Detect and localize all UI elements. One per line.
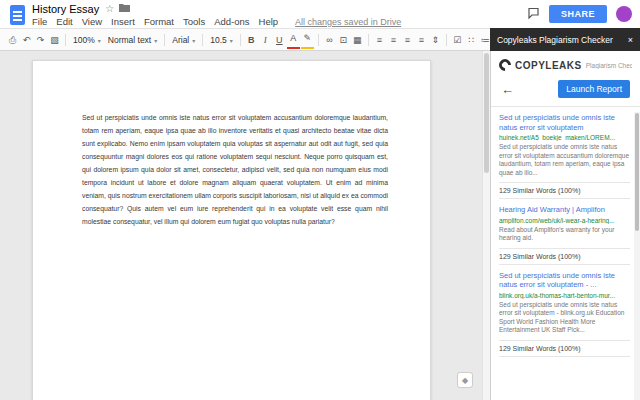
font-select[interactable]: Arial (169, 35, 198, 45)
align-right-button[interactable]: ≡ (401, 30, 414, 50)
numbered-list-button[interactable]: ≔ (479, 30, 490, 50)
copyleaks-brand-subtitle: Plagiarism Checker (586, 62, 632, 69)
menu-help[interactable]: Help (259, 16, 279, 27)
menu-addons[interactable]: Add-ons (214, 16, 249, 27)
star-icon[interactable]: ☆ (105, 4, 114, 14)
result-snippet: Sed ut perspiciatis unde omnis iste natu… (499, 143, 630, 177)
toolbar-divider (240, 34, 241, 46)
saved-status[interactable]: All changes saved in Drive (295, 17, 401, 27)
launch-report-button[interactable]: Launch Report (558, 80, 630, 98)
styles-select[interactable]: Normal text (105, 35, 160, 45)
result-url: amplifon.com/web/uk/i-wear-a-hearing... (499, 217, 630, 224)
copyleaks-sidebar: COPYLEAKS Plagiarism Checker ← Launch Re… (490, 51, 640, 400)
content-area: Sed ut perspiciatis unde omnis iste natu… (0, 51, 640, 400)
result-item[interactable]: Sed ut perspiciatis unde omnis iste natu… (491, 107, 634, 199)
menu-insert[interactable]: Insert (111, 16, 135, 27)
menu-edit[interactable]: Edit (56, 16, 72, 27)
toolbar-divider (202, 34, 203, 46)
paint-format-button[interactable]: ▧ (48, 30, 61, 50)
redo-button[interactable]: ↷ (34, 30, 47, 50)
underline-button[interactable]: U (273, 30, 286, 50)
align-justify-button[interactable]: ≡ (415, 30, 428, 50)
app-window: History Essay ☆ File Edit View Insert Fo… (0, 0, 640, 400)
undo-button[interactable]: ↶ (20, 30, 33, 50)
result-item[interactable]: Sed ut perspiciatis unde omnis iste natu… (491, 265, 634, 357)
zoom-select[interactable]: 100% (70, 35, 104, 45)
toolbar-divider (368, 34, 369, 46)
result-title-link[interactable]: Hearing Aid Warranty | Amplifon (499, 205, 630, 215)
insert-link-button[interactable]: ∞ (323, 30, 336, 50)
menubar: File Edit View Insert Format Tools Add-o… (32, 15, 401, 28)
explore-button[interactable]: ◆ (457, 372, 473, 388)
result-snippet: Sed ut perspiciatis unde omnis iste natu… (499, 301, 630, 335)
docs-topbar: History Essay ☆ File Edit View Insert Fo… (0, 0, 640, 28)
action-row: ← Launch Report (491, 76, 640, 106)
toolbar-row: ⎙ ↶ ↷ ▧ 100% Normal text Arial 10.5 B I … (0, 28, 640, 51)
result-url: huinek.net/A5_boekje_maken/LOREM... (499, 134, 630, 141)
menu-format[interactable]: Format (144, 16, 174, 27)
toolbar-divider (164, 34, 165, 46)
avatar[interactable] (616, 6, 632, 22)
menu-file[interactable]: File (32, 16, 47, 27)
title-menu-block: History Essay ☆ File Edit View Insert Fo… (32, 2, 401, 28)
font-size-select[interactable]: 10.5 (207, 35, 236, 45)
brand-row: COPYLEAKS Plagiarism Checker (491, 51, 640, 76)
result-url: blink.org.uk/a-thomas-hart-benton-mur... (499, 292, 630, 299)
text-color-button[interactable]: A (287, 31, 300, 49)
menu-tools[interactable]: Tools (183, 16, 205, 27)
result-similar-words[interactable]: 129 Similar Words (100%) (499, 182, 630, 199)
toolbar: ⎙ ↶ ↷ ▧ 100% Normal text Arial 10.5 B I … (0, 28, 490, 51)
document-canvas: Sed ut perspiciatis unde omnis iste natu… (0, 51, 490, 400)
docs-logo-icon[interactable] (10, 5, 25, 25)
sidebar-scrollbar[interactable] (634, 112, 640, 400)
insert-comment-button[interactable]: ⊡ (337, 30, 350, 50)
close-icon[interactable]: × (628, 35, 633, 45)
document-page[interactable]: Sed ut perspiciatis unde omnis iste natu… (32, 60, 431, 400)
document-text[interactable]: Sed ut perspiciatis unde omnis iste natu… (82, 111, 388, 228)
title-row: History Essay ☆ (32, 2, 401, 15)
topbar-actions: SHARE (527, 0, 632, 28)
folder-icon[interactable] (119, 3, 130, 14)
document-scrollbar[interactable] (482, 51, 490, 400)
align-left-button[interactable]: ≡ (373, 30, 386, 50)
result-snippet: Read about Amplifon's warranty for your … (499, 226, 630, 243)
italic-button[interactable]: I (259, 30, 272, 50)
align-center-button[interactable]: ≡ (387, 30, 400, 50)
checklist-button[interactable]: ☑ (451, 30, 464, 50)
extension-header: Copyleaks Plagiarism Checker × (490, 28, 640, 51)
result-similar-words[interactable]: 129 Similar Words (100%) (499, 340, 630, 357)
share-button[interactable]: SHARE (549, 5, 607, 23)
bulleted-list-button[interactable]: ∷ (465, 30, 478, 50)
highlight-color-button[interactable]: ✎ (301, 31, 314, 49)
result-title-link[interactable]: Sed ut perspiciatis unde omnis iste natu… (499, 271, 630, 290)
line-spacing-button[interactable]: ⇕ (429, 30, 442, 50)
print-button[interactable]: ⎙ (6, 30, 19, 50)
sidebar-scrollbar-thumb[interactable] (635, 113, 639, 231)
document-title[interactable]: History Essay (32, 3, 99, 15)
copyleaks-logo-icon (497, 57, 514, 74)
insert-image-button[interactable]: ▦ (351, 30, 364, 50)
result-similar-words[interactable]: 129 Similar Words (100%) (499, 248, 630, 265)
result-title-link[interactable]: Sed ut perspiciatis unde omnis iste natu… (499, 113, 630, 132)
menu-view[interactable]: View (82, 16, 102, 27)
results-list: Sed ut perspiciatis unde omnis iste natu… (491, 106, 640, 400)
comment-history-icon[interactable] (527, 5, 540, 23)
back-button[interactable]: ← (501, 83, 514, 96)
toolbar-divider (65, 34, 66, 46)
toolbar-divider (446, 34, 447, 46)
copyleaks-brand: COPYLEAKS (515, 60, 582, 71)
document-scrollbar-thumb[interactable] (484, 53, 489, 173)
bold-button[interactable]: B (245, 30, 258, 50)
extension-title: Copyleaks Plagiarism Checker (497, 35, 613, 45)
toolbar-divider (318, 34, 319, 46)
result-item[interactable]: Hearing Aid Warranty | Amplifon amplifon… (491, 199, 634, 265)
